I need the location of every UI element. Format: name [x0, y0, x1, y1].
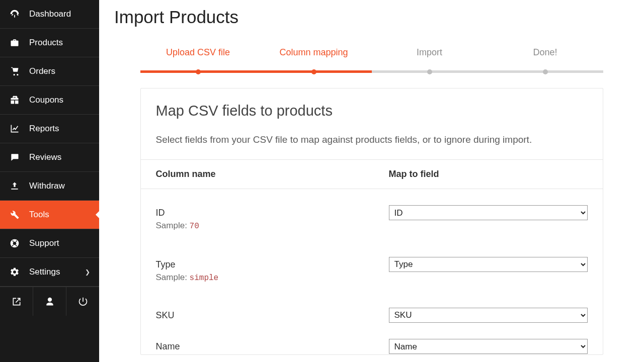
upload-icon — [10, 181, 20, 191]
chart-icon — [10, 124, 20, 134]
sidebar-item-orders[interactable]: Orders — [0, 57, 99, 86]
column-name: ID — [156, 205, 389, 221]
step-label: Import — [417, 47, 442, 57]
step-2[interactable]: Column mapping — [256, 47, 372, 73]
column-name: Name — [156, 339, 389, 354]
sidebar-item-label: Dashboard — [29, 9, 71, 19]
step-label: Done! — [533, 47, 557, 57]
sidebar-item-dashboard[interactable]: Dashboard — [0, 0, 99, 29]
sidebar-item-label: Orders — [29, 66, 55, 76]
step-label: Column mapping — [279, 47, 348, 57]
dashboard-icon-wrap — [9, 9, 20, 19]
sidebar-item-label: Coupons — [29, 95, 63, 105]
chevron-right-icon: ❯ — [85, 268, 90, 276]
table-row: SKUSKU — [141, 293, 603, 327]
column-name: SKU — [156, 308, 389, 323]
column-header-name: Column name — [156, 169, 389, 179]
sidebar-item-label: Reports — [29, 124, 59, 134]
map-field-select[interactable]: Type — [389, 257, 588, 272]
sidebar-item-tools[interactable]: Tools — [0, 201, 99, 229]
sample-line: Sample: simple — [156, 273, 389, 283]
sidebar-item-support[interactable]: Support — [0, 229, 99, 258]
sidebar-item-label: Settings — [29, 267, 60, 277]
wrench-icon — [10, 210, 20, 220]
comments-icon-wrap — [9, 152, 20, 162]
sidebar-item-products[interactable]: Products — [0, 29, 99, 57]
table-row: TypeSample: simpleType — [141, 241, 603, 293]
lifebuoy-icon-wrap — [9, 238, 20, 248]
power-icon — [78, 297, 88, 307]
sample-value: simple — [190, 274, 219, 283]
import-stepper: Upload CSV fileColumn mappingImportDone! — [140, 47, 603, 73]
briefcase-icon — [10, 38, 20, 48]
sidebar-item-label: Products — [29, 38, 63, 48]
cart-icon-wrap — [9, 66, 20, 76]
sidebar-item-label: Tools — [29, 210, 49, 220]
column-name: Type — [156, 257, 389, 273]
external-link-icon — [12, 297, 22, 307]
comments-icon — [10, 152, 20, 162]
chart-icon-wrap — [9, 124, 20, 134]
table-header: Column name Map to field — [141, 160, 603, 189]
card-description: Select fields from your CSV file to map … — [156, 132, 588, 147]
sidebar-item-reviews[interactable]: Reviews — [0, 143, 99, 172]
step-label: Upload CSV file — [166, 47, 230, 57]
user-icon — [45, 297, 55, 307]
sample-label: Sample: — [156, 221, 190, 230]
sidebar-item-settings[interactable]: Settings❯ — [0, 258, 99, 287]
map-field-select[interactable]: ID — [389, 205, 588, 220]
sidebar-item-reports[interactable]: Reports — [0, 115, 99, 143]
main-content: Import Products Upload CSV fileColumn ma… — [99, 0, 644, 362]
sample-value: 70 — [190, 222, 199, 231]
gift-icon-wrap — [9, 95, 20, 105]
dashboard-icon — [10, 9, 20, 19]
sidebar-item-label: Support — [29, 238, 59, 248]
table-row: NameName — [141, 327, 603, 354]
step-dot — [543, 69, 548, 74]
sidebar: DashboardProductsOrdersCouponsReportsRev… — [0, 0, 99, 362]
page-title: Import Products — [114, 7, 629, 27]
lifebuoy-icon — [10, 238, 20, 248]
table-row: IDSample: 70ID — [141, 189, 603, 241]
step-3[interactable]: Import — [372, 47, 488, 73]
account-button[interactable] — [33, 287, 66, 316]
cog-icon — [10, 267, 20, 277]
step-dot — [427, 69, 432, 74]
sidebar-bottom-bar — [0, 287, 99, 316]
cog-icon-wrap — [9, 267, 20, 277]
sidebar-item-coupons[interactable]: Coupons — [0, 86, 99, 115]
step-dot — [196, 69, 201, 74]
mapping-card: Map CSV fields to products Select fields… — [140, 88, 603, 355]
power-button[interactable] — [66, 287, 99, 316]
sidebar-item-withdraw[interactable]: Withdraw — [0, 172, 99, 201]
external-link-button[interactable] — [0, 287, 33, 316]
step-4[interactable]: Done! — [488, 47, 603, 73]
card-title: Map CSV fields to products — [156, 103, 588, 119]
sidebar-item-label: Withdraw — [29, 181, 65, 191]
wrench-icon-wrap — [9, 210, 20, 220]
column-header-field: Map to field — [389, 169, 588, 179]
sample-line: Sample: 70 — [156, 221, 389, 231]
map-field-select[interactable]: SKU — [389, 308, 588, 323]
map-field-select[interactable]: Name — [389, 339, 588, 354]
cart-icon — [10, 66, 20, 76]
upload-icon-wrap — [9, 181, 20, 191]
briefcase-icon-wrap — [9, 38, 20, 48]
sidebar-item-label: Reviews — [29, 152, 61, 162]
sample-label: Sample: — [156, 273, 190, 282]
gift-icon — [10, 95, 20, 105]
step-1[interactable]: Upload CSV file — [140, 47, 256, 73]
step-dot — [311, 69, 316, 74]
